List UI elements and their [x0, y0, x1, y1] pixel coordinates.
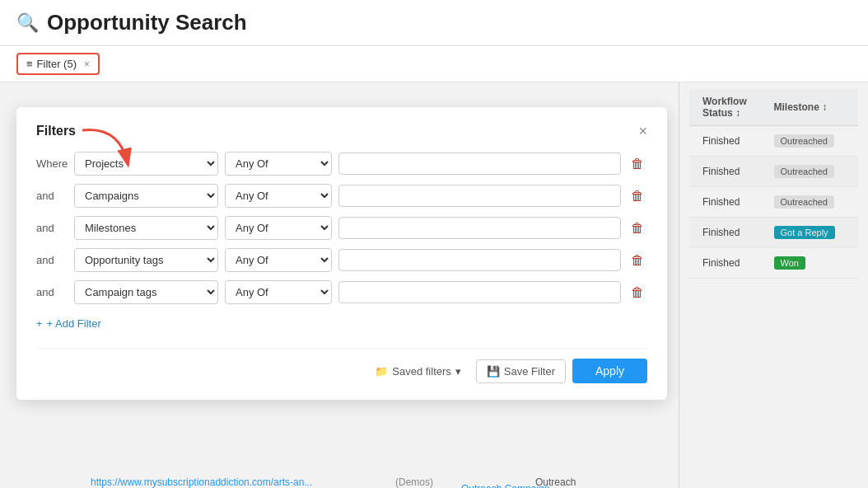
saved-filters-button[interactable]: 📁 Saved filters ▾ — [366, 360, 469, 382]
search-icon: 🔍 — [16, 12, 39, 34]
filter-value-input-4[interactable] — [338, 249, 621, 271]
filter-field-select-5[interactable]: Projects Campaigns Milestones Opportunit… — [74, 280, 218, 304]
filter-row-4: and Projects Campaigns Milestones Opport… — [36, 248, 647, 272]
filter-row-label: and — [36, 222, 68, 234]
add-filter-icon: + — [36, 317, 43, 330]
chevron-down-icon: ▾ — [455, 365, 461, 378]
modal-title: Filters — [36, 124, 76, 138]
filter-button[interactable]: ≡ Filter (5) × — [16, 53, 100, 75]
filter-value-input-2[interactable] — [338, 185, 621, 207]
filter-condition-select-1[interactable]: Any Of All Of None Of — [225, 152, 332, 176]
save-icon: 💾 — [487, 365, 500, 378]
save-filter-label: Save Filter — [504, 365, 555, 378]
filter-value-input-5[interactable] — [338, 281, 621, 303]
saved-filters-label: Saved filters — [392, 365, 451, 378]
filter-field-select-4[interactable]: Projects Campaigns Milestones Opportunit… — [74, 248, 218, 272]
toolbar: ≡ Filter (5) × — [0, 46, 868, 82]
modal-footer: 📁 Saved filters ▾ 💾 Save Filter Apply — [36, 348, 647, 383]
filter-modal: Filters × Where Projects Campaigns Miles… — [16, 107, 667, 400]
filter-row-5: and Projects Campaigns Milestones Opport… — [36, 280, 647, 304]
modal-header: Filters × — [36, 124, 647, 138]
filter-condition-select-2[interactable]: Any Of All Of None Of — [225, 184, 332, 208]
outreach-label: Outreach — [535, 476, 576, 488]
close-filter-icon[interactable]: × — [84, 59, 90, 70]
filter-field-select-2[interactable]: Projects Campaigns Milestones Opportunit… — [74, 184, 218, 208]
add-filter-button[interactable]: + + Add Filter — [36, 312, 101, 335]
filter-row-label: and — [36, 190, 68, 202]
apply-button[interactable]: Apply — [572, 359, 647, 383]
filter-label: Filter (5) — [37, 58, 77, 70]
folder-icon: 📁 — [375, 365, 388, 378]
filter-row-label: and — [36, 286, 68, 298]
result-url[interactable]: https://www.mysubscriptionaddiction.com/… — [91, 476, 312, 488]
filter-delete-button-3[interactable]: 🗑 — [628, 219, 647, 237]
filter-delete-button-1[interactable]: 🗑 — [628, 155, 647, 173]
add-filter-label: + Add Filter — [47, 317, 101, 330]
modal-close-button[interactable]: × — [638, 124, 647, 138]
filter-field-select-3[interactable]: Projects Campaigns Milestones Opportunit… — [74, 216, 218, 240]
page-title: Opportunity Search — [47, 10, 247, 35]
main-area: Workflow Status ↕ Milestone ↕ Finished O… — [0, 82, 868, 488]
filter-delete-button-2[interactable]: 🗑 — [628, 187, 647, 205]
filter-icon: ≡ — [26, 58, 33, 70]
filter-condition-select-3[interactable]: Any Of All Of None Of — [225, 216, 332, 240]
filter-condition-select-4[interactable]: Any Of All Of None Of — [225, 248, 332, 272]
filter-row-label: Where — [36, 157, 68, 170]
filter-field-select-1[interactable]: Projects Campaigns Milestones Opportunit… — [74, 152, 218, 176]
filter-value-input-1[interactable] — [338, 152, 621, 175]
filter-value-input-3[interactable] — [338, 217, 621, 239]
filter-row-2: and Projects Campaigns Milestones Opport… — [36, 184, 647, 208]
demos-label: (Demos) — [395, 476, 433, 488]
filter-condition-select-5[interactable]: Any Of All Of None Of — [225, 280, 332, 304]
filter-row-3: and Projects Campaigns Milestones Opport… — [36, 216, 647, 240]
filter-row-1: Where Projects Campaigns Milestones Oppo… — [36, 152, 647, 176]
page-header: 🔍 Opportunity Search — [0, 0, 868, 46]
filter-delete-button-4[interactable]: 🗑 — [628, 251, 647, 270]
filter-row-label: and — [36, 254, 68, 266]
save-filter-button[interactable]: 💾 Save Filter — [476, 359, 566, 383]
filter-delete-button-5[interactable]: 🗑 — [628, 284, 647, 302]
